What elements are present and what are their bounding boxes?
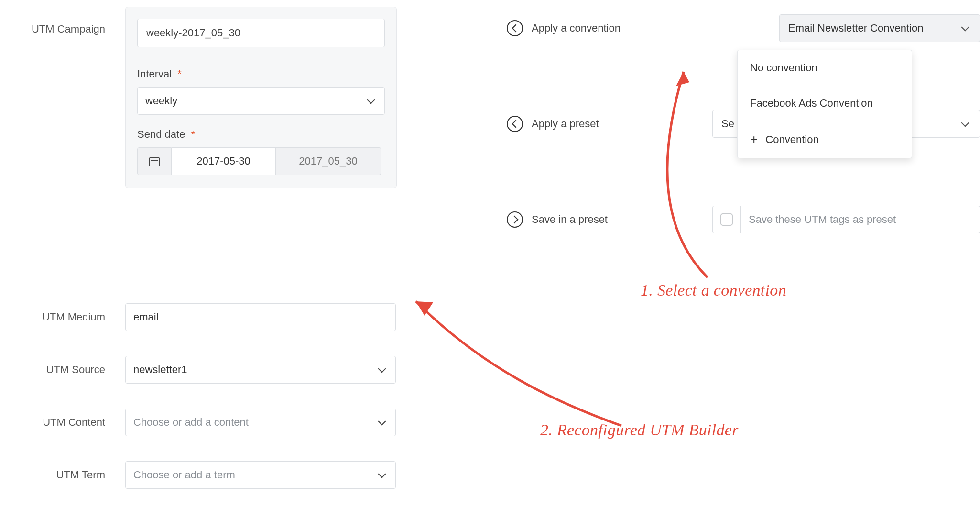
send-date-input[interactable]: 2017-05-30 [172,147,276,175]
chevron-down-icon [378,470,388,480]
utm-source-label: UTM Source [0,364,108,376]
save-preset-row: Save in a preset Save these UTM tags as … [507,206,980,233]
utm-medium-value: email [133,311,159,323]
utm-campaign-panel: weekly-2017_05_30 Interval * weekly Send… [125,7,397,188]
arrow-left-circle-icon [507,20,523,36]
required-marker: * [177,68,182,80]
utm-term-placeholder: Choose or add a term [133,469,235,481]
calendar-icon [149,156,160,166]
utm-term-select[interactable]: Choose or add a term [125,461,396,489]
chevron-down-icon [961,119,971,129]
apply-convention-value: Email Newsletter Convention [788,22,923,34]
chevron-down-icon [378,418,388,427]
save-preset-placeholder: Save these UTM tags as preset [749,213,896,226]
add-convention-label: Convention [765,133,818,146]
annotation-step1: 1. Select a convention [641,281,786,299]
send-date-label: Send date * [137,128,385,141]
save-preset-label: Save in a preset [532,213,656,226]
save-preset-checkbox[interactable] [712,206,741,233]
apply-preset-label: Apply a preset [532,118,656,130]
arrow-left-circle-icon [507,116,523,132]
annotation-arrow-1 [636,53,736,282]
utm-content-placeholder: Choose or add a content [133,416,249,429]
utm-content-label: UTM Content [0,416,108,429]
utm-term-label: UTM Term [0,469,108,481]
required-marker: * [191,128,195,140]
apply-convention-label: Apply a convention [532,22,656,34]
chevron-down-icon [961,23,971,33]
send-date-value: 2017-05-30 [196,155,250,167]
utm-medium-input[interactable]: email [125,303,396,331]
utm-source-value: newsletter1 [133,364,187,376]
annotation-arrow-2 [402,277,641,440]
convention-option-facebook-ads[interactable]: Facebook Ads Convention [738,86,912,121]
interval-label-text: Interval [137,68,172,80]
utm-medium-label: UTM Medium [0,311,108,323]
convention-option-none[interactable]: No convention [738,50,912,86]
apply-convention-select[interactable]: Email Newsletter Convention [779,14,980,42]
chevron-down-icon [378,365,388,375]
send-date-label-text: Send date [137,128,185,140]
calendar-button[interactable] [137,147,172,175]
interval-select[interactable]: weekly [137,87,385,115]
apply-preset-value: Se [721,118,734,130]
add-convention-item[interactable]: + Convention [738,121,912,158]
interval-label: Interval * [137,68,385,80]
save-preset-group: Save these UTM tags as preset [712,206,980,233]
save-preset-input[interactable]: Save these UTM tags as preset [741,206,980,233]
plus-icon: + [750,133,758,146]
send-date-display: 2017_05_30 [276,147,381,175]
convention-dropdown-menu: No convention Facebook Ads Convention + … [737,50,912,158]
utm-content-select[interactable]: Choose or add a content [125,409,396,436]
send-date-row: 2017-05-30 2017_05_30 [137,147,385,175]
utm-campaign-label: UTM Campaign [0,23,108,35]
arrow-right-circle-icon [507,211,523,228]
utm-source-select[interactable]: newsletter1 [125,356,396,384]
annotation-step2: 2. Reconfigured UTM Builder [540,421,739,439]
interval-value: weekly [145,87,177,115]
apply-convention-row: Apply a convention Email Newsletter Conv… [507,14,980,42]
chevron-down-icon [367,96,377,106]
utm-campaign-value[interactable]: weekly-2017_05_30 [137,19,385,47]
